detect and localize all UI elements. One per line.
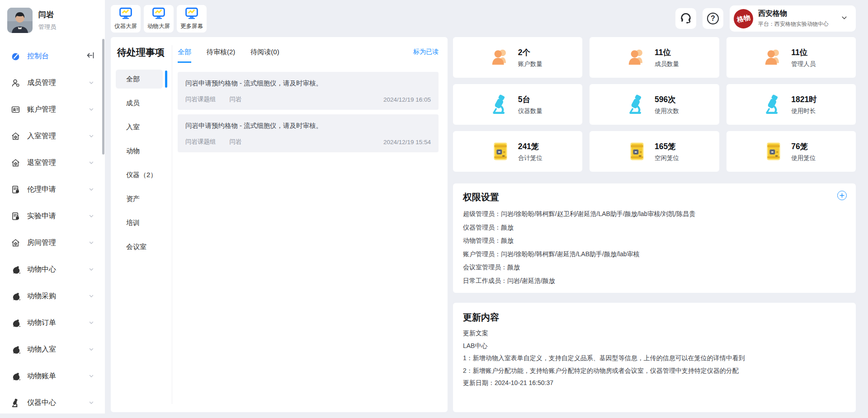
todo-tab-pending-read[interactable]: 待阅读(0) [250,48,279,63]
mouse-icon [10,345,20,355]
notification-user: 闫岩 [230,95,242,103]
permission-line: 日常工作成员：闫岩/谢延浩/颜放 [463,274,846,288]
sidebar-item-animal-entry[interactable]: 动物入室 [0,336,105,363]
sidebar-item-room-exit[interactable]: 退室管理 [0,150,105,176]
sidebar-item-accounts[interactable]: 账户管理 [0,96,105,123]
document-lock-icon [10,211,20,221]
users-icon [490,47,511,68]
collapse-sidebar-icon[interactable] [87,52,94,61]
todo-tab-all[interactable]: 全部 [178,48,191,63]
top-header: 仪器大屏 动物大屏 更多屏幕 ? 格物 西安格物 平台：西安格物实验动物中心 [111,0,856,35]
stat-value: 11位 [655,47,683,58]
todo-category-animals[interactable]: 动物 [116,141,163,160]
org-platform: 平台：西安格物实验动物中心 [758,20,829,28]
microscope-stat-icon [626,94,648,115]
monitor-icon [185,7,198,21]
sidebar-item-label: 动物订单 [27,318,82,328]
todo-tabs: 全部待审核(2)待阅读(0) 标为已读 [178,45,439,63]
todo-category-assets[interactable]: 资产 [116,189,163,208]
todo-category-all[interactable]: 全部 [116,70,163,89]
users-icon [626,47,648,68]
stat-card: 241笼 合计笼位 [453,131,582,172]
permission-line: 超级管理员：闫岩/徐盼盼/韩柯辉/赵卫利/谢延浩/LAB助手/颜放/lab审核/… [463,207,846,221]
user-role: 管理员 [38,23,56,31]
screen-button-label: 仪器大屏 [114,23,137,30]
todo-panel-title: 待处理事项 [117,46,172,59]
sidebar-item-animal-purchase[interactable]: 动物采购 [0,283,105,310]
sidebar-item-room-management[interactable]: 房间管理 [0,230,105,256]
todo-category-meeting-rooms[interactable]: 会议室 [116,237,163,256]
chevron-down-icon [89,292,94,301]
sidebar-item-members[interactable]: 成员管理 [0,70,105,96]
stat-value: 165笼 [655,141,683,152]
todo-category-instruments[interactable]: 仪器（2） [116,165,163,184]
document-lock-icon [10,185,20,195]
chevron-down-icon [89,239,94,247]
sidebar-item-experiment-application[interactable]: 实验申请 [0,203,105,230]
mouse-icon [10,371,20,381]
sidebar-item-label: 仪器中心 [27,398,82,408]
more-screens-button[interactable]: 更多屏幕 [177,5,207,33]
sidebar-item-animal-center[interactable]: 动物中心 [0,256,105,283]
stat-card: 165笼 空闲笼位 [590,131,719,172]
question-icon: ? [707,13,719,24]
sidebar-item-instrument-center[interactable]: 仪器中心 [0,390,105,416]
sidebar-item-room-entry[interactable]: 入室管理 [0,123,105,150]
notification-item[interactable]: 闫岩申请预约格物 - 流式细胞仪，请及时审核。 闫岩课题组 闫岩 2024/12… [178,114,439,152]
sidebar-item-label: 账户管理 [27,105,82,114]
sidebar-scrollbar[interactable] [102,39,104,155]
mouse-icon [10,291,20,301]
microscope-icon [10,398,20,408]
todo-category-entry[interactable]: 入室 [116,117,163,136]
chevron-down-icon [89,346,94,354]
notification-time: 2024/12/19 16:05 [383,96,431,103]
animal-screen-button[interactable]: 动物大屏 [144,5,174,33]
stat-card: 11位 管理人员 [726,37,856,78]
users-icon [763,47,784,68]
notification-item[interactable]: 闫岩申请预约格物 - 流式细胞仪，请及时审核。 闫岩课题组 闫岩 2024/12… [178,72,439,110]
avatar [7,8,33,33]
instrument-screen-button[interactable]: 仪器大屏 [111,5,141,33]
stat-value: 5台 [518,94,546,105]
permission-line: 账户管理员：闫岩/徐盼盼/韩柯辉/谢延浩/LAB助手/颜放/lab审核 [463,248,846,261]
chevron-down-icon [89,159,94,167]
notification-list: 闫岩申请预约格物 - 流式细胞仪，请及时审核。 闫岩课题组 闫岩 2024/12… [178,72,439,152]
stat-label: 账户数量 [518,60,546,68]
stat-card: 1821时 使用时长 [726,84,856,125]
help-button[interactable]: ? [703,8,723,29]
chevron-down-icon [89,186,94,194]
stat-card: 596次 使用次数 [590,84,719,125]
sidebar-item-label: 控制台 [27,52,80,61]
sidebar-item-animal-billing[interactable]: 动物账单 [0,363,105,390]
todo-tab-pending-review[interactable]: 待审核(2) [207,48,235,63]
mark-as-read-link[interactable]: 标为已读 [413,48,439,56]
sidebar-item-label: 动物入室 [27,345,82,354]
sidebar: 闫岩 管理员 控制台 成员管理 账户管理 入室管理 退室管理 伦理申请 实验申请 [0,0,105,413]
todo-panel: 待处理事项 全部成员入室动物仪器（2）资产培训会议室 全部待审核(2)待阅读(0… [111,37,448,412]
update-line: 更新日期：2024-10-21 16:50:37 [463,377,846,390]
monitor-icon [152,7,165,21]
stat-value: 11位 [791,47,819,58]
sidebar-item-label: 房间管理 [27,238,82,248]
cage-icon [490,141,511,162]
stat-value: 241笼 [518,141,546,152]
todo-category-members[interactable]: 成员 [116,94,163,113]
add-permission-button[interactable] [837,191,847,200]
stat-label: 空闲笼位 [655,154,683,162]
sidebar-item-ethics-application[interactable]: 伦理申请 [0,176,105,203]
main-area: 仪器大屏 动物大屏 更多屏幕 ? 格物 西安格物 平台：西安格物实验动物中心 [105,0,868,418]
sidebar-item-label: 动物账单 [27,371,82,381]
stat-label: 使用次数 [655,107,683,115]
sidebar-item-label: 实验申请 [27,211,82,221]
sidebar-item-animal-orders[interactable]: 动物订单 [0,310,105,336]
update-line: 更新文案 [463,327,846,340]
monitor-icon [119,7,132,21]
sidebar-item-console[interactable]: 控制台 [0,43,105,70]
update-line: LAB中心 [463,340,846,352]
support-button[interactable] [675,8,696,29]
cage-icon [626,141,648,162]
todo-category-training[interactable]: 培训 [116,213,163,232]
notification-group: 闫岩课题组 [185,138,216,146]
org-switcher[interactable]: 格物 西安格物 平台：西安格物实验动物中心 [730,5,856,32]
stat-label: 使用笼位 [791,154,819,162]
